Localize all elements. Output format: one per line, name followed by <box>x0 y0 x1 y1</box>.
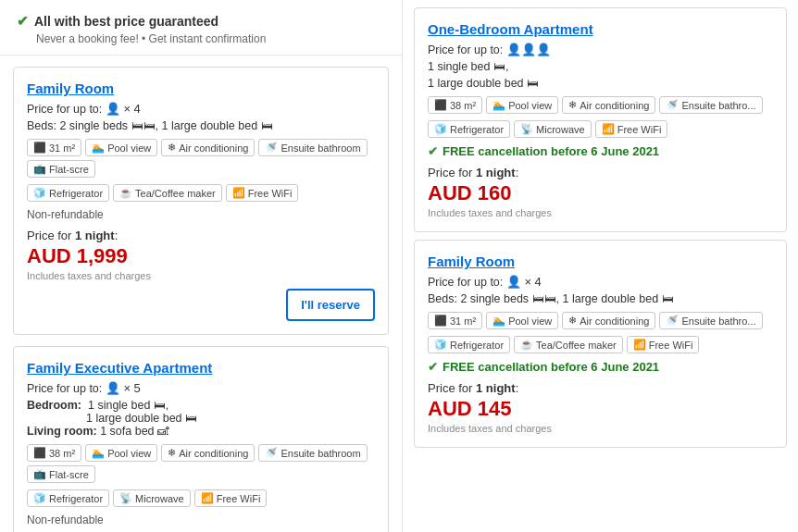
left-column: ✔ All with best price guaranteed Never a… <box>0 0 403 532</box>
best-price-subtitle: Never a booking fee! • Get instant confi… <box>36 32 385 45</box>
right-column: One-Bedroom Apartment Price for up to: 👤… <box>403 0 798 532</box>
family-room-left-select-area: I'll reserve <box>27 289 375 321</box>
family-room-right-price-for: Price for up to: 👤 × 4 <box>428 275 773 289</box>
one-bedroom-right-title[interactable]: One-Bedroom Apartment <box>428 21 773 37</box>
one-bedroom-right-beds2: 1 large double bed 🛏 <box>428 77 773 90</box>
amenity-flatscreen: 📺Flat-scre <box>27 160 95 178</box>
amenity-fridge: 🧊Refrigerator <box>27 184 109 202</box>
fr-amenity-fridge: 🧊Refrigerator <box>428 336 510 353</box>
fr-amenity-ensuite: 🚿Ensuite bathro... <box>659 312 762 329</box>
family-room-left-select-btn[interactable]: I'll reserve <box>286 289 375 321</box>
free-cancel-check-icon: ✔ <box>428 144 438 158</box>
family-room-left-price: AUD 1,999 <box>27 244 375 268</box>
family-room-left-incl: Includes taxes and charges <box>27 270 375 281</box>
fr-amenity-ac: ❄Air conditioning <box>562 312 655 329</box>
family-room-left-card: Family Room Price for up to: 👤 × 4 Beds:… <box>13 67 389 335</box>
one-bedroom-right-card: One-Bedroom Apartment Price for up to: 👤… <box>414 7 787 232</box>
family-room-right-incl: Includes taxes and charges <box>428 423 773 434</box>
exec-amenity-wifi: 📶Free WiFi <box>194 489 268 507</box>
one-bedroom-right-incl: Includes taxes and charges <box>428 207 773 218</box>
family-room-left-title[interactable]: Family Room <box>27 80 375 96</box>
obed-amenity-ensuite: 🚿Ensuite bathro... <box>659 96 762 114</box>
one-bedroom-right-price-for: Price for up to: 👤👤👤 <box>428 43 773 56</box>
family-room-right-amenities2: 🧊Refrigerator ☕Tea/Coffee maker 📶Free Wi… <box>428 336 773 353</box>
amenity-ensuite: 🚿Ensuite bathroom <box>258 139 367 156</box>
family-executive-left-policy: Non-refundable <box>27 513 375 526</box>
obed-amenity-wifi: 📶Free WiFi <box>595 120 668 138</box>
one-bedroom-right-amenities: ⬛38 m² 🏊Pool view ❄Air conditioning 🚿Ens… <box>428 96 773 114</box>
amenity-ac: ❄Air conditioning <box>161 139 255 156</box>
family-room-left-policy: Non-refundable <box>27 208 375 221</box>
obed-amenity-ac: ❄Air conditioning <box>562 96 655 114</box>
obed-amenity-size: ⬛38 m² <box>428 96 482 114</box>
amenity-wifi: 📶Free WiFi <box>226 184 299 202</box>
exec-amenity-microwave: 📡Microwave <box>113 489 191 507</box>
fr-amenity-wifi: 📶Free WiFi <box>627 336 700 353</box>
family-room-right-price: AUD 145 <box>428 397 773 421</box>
one-bedroom-right-price: AUD 160 <box>428 181 773 205</box>
family-room-right-card: Family Room Price for up to: 👤 × 4 Beds:… <box>414 240 787 448</box>
best-price-banner: ✔ All with best price guaranteed Never a… <box>0 0 402 56</box>
amenity-coffee: ☕Tea/Coffee maker <box>113 184 222 202</box>
family-executive-left-price-for: Price for up to: 👤 × 5 <box>27 381 375 395</box>
bedroom-section: Bedroom: 1 single bed 🛏, 1 large double … <box>27 399 375 438</box>
fr-amenity-coffee: ☕Tea/Coffee maker <box>514 336 623 353</box>
family-room-left-amenities2: 🧊Refrigerator ☕Tea/Coffee maker 📶Free Wi… <box>27 184 375 202</box>
exec-amenity-ensuite: 🚿Ensuite bathroom <box>258 444 367 462</box>
family-room-left-beds: Beds: 2 single beds 🛏🛏, 1 large double b… <box>27 119 375 132</box>
amenity-pool: 🏊Pool view <box>85 139 157 156</box>
exec-amenity-pool: 🏊Pool view <box>85 444 157 462</box>
person-icon-fr: 👤 × 4 <box>506 275 542 289</box>
exec-amenity-flatscreen: 📺Flat-scre <box>27 465 95 483</box>
person-icon-obed: 👤👤👤 <box>506 43 551 56</box>
exec-amenity-fridge: 🧊Refrigerator <box>27 489 109 507</box>
family-room-right-amenities: ⬛31 m² 🏊Pool view ❄Air conditioning 🚿Ens… <box>428 312 773 329</box>
family-room-left-amenities: ⬛31 m² 🏊Pool view ❄Air conditioning 🚿Ens… <box>27 139 375 178</box>
amenity-size: ⬛31 m² <box>27 139 81 156</box>
person-icon-exec: 👤 × 5 <box>106 381 141 395</box>
family-room-left-price-for: Price for up to: 👤 × 4 <box>27 102 375 116</box>
family-room-right-free-cancel: ✔ FREE cancellation before 6 June 2021 <box>428 360 773 374</box>
exec-amenity-size: ⬛38 m² <box>27 444 81 462</box>
one-bedroom-right-beds: 1 single bed 🛏, <box>428 60 773 73</box>
family-room-right-beds: Beds: 2 single beds 🛏🛏, 1 large double b… <box>428 292 773 305</box>
family-executive-left-title[interactable]: Family Executive Apartment <box>27 360 375 376</box>
obed-amenity-microwave: 📡Microwave <box>514 120 592 138</box>
family-executive-left-amenities2: 🧊Refrigerator 📡Microwave 📶Free WiFi <box>27 489 375 507</box>
family-room-right-title[interactable]: Family Room <box>428 254 773 269</box>
best-price-text: All with best price guaranteed <box>34 14 218 29</box>
family-room-left-price-label: Price for 1 night: <box>27 229 375 242</box>
obed-amenity-fridge: 🧊Refrigerator <box>428 120 510 138</box>
fr-free-cancel-check-icon: ✔ <box>428 360 438 374</box>
best-price-title: ✔ All with best price guaranteed <box>17 13 385 30</box>
family-executive-left-card: Family Executive Apartment Price for up … <box>13 346 389 532</box>
fr-amenity-size: ⬛31 m² <box>428 312 482 329</box>
obed-amenity-pool: 🏊Pool view <box>486 96 558 114</box>
exec-amenity-ac: ❄Air conditioning <box>161 444 255 462</box>
check-icon: ✔ <box>17 13 29 30</box>
person-icon: 👤 × 4 <box>106 102 141 116</box>
one-bedroom-free-cancel: ✔ FREE cancellation before 6 June 2021 <box>428 144 773 158</box>
one-bedroom-right-price-label: Price for 1 night: <box>428 166 773 179</box>
one-bedroom-right-amenities2: 🧊Refrigerator 📡Microwave 📶Free WiFi <box>428 120 773 138</box>
family-executive-left-amenities: ⬛38 m² 🏊Pool view ❄Air conditioning 🚿Ens… <box>27 444 375 483</box>
family-room-right-price-label: Price for 1 night: <box>428 381 773 395</box>
fr-amenity-pool: 🏊Pool view <box>486 312 558 329</box>
